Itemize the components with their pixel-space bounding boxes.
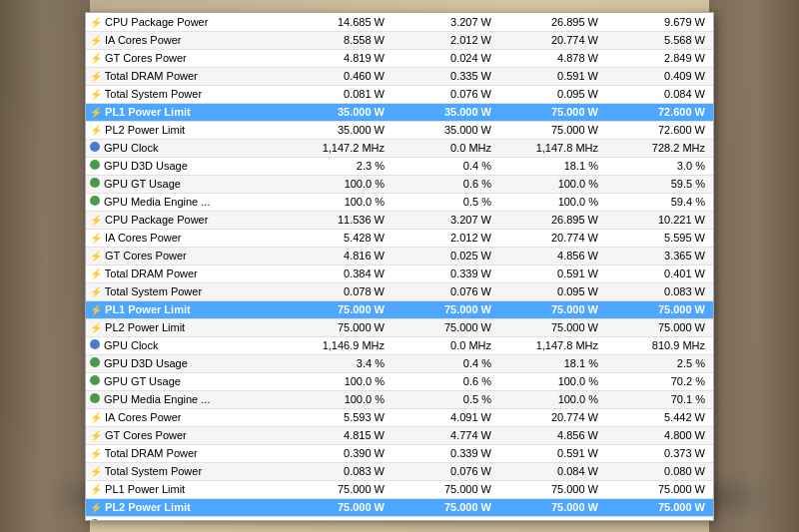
circle-icon — [90, 160, 100, 170]
sensor-value-avg: 0.084 W — [606, 85, 713, 103]
table-row: GPU Media Engine ...100.0 %0.5 %100.0 %5… — [86, 193, 713, 211]
sensor-value-avg: 5.568 W — [606, 31, 713, 49]
sensor-value-avg: 3.365 W — [606, 247, 713, 265]
circle-icon — [90, 393, 100, 403]
sensor-name: ⚡ GT Cores Power — [86, 49, 286, 67]
sensor-value-max: 100.0 % — [499, 193, 606, 211]
sensor-value-current: 8.558 W — [286, 31, 393, 49]
sensor-value-max: 0.084 W — [499, 462, 606, 480]
sensor-value-current: 14.685 W — [286, 13, 393, 31]
table-row: GPU GT Usage100.0 %0.6 %100.0 %70.2 % — [86, 372, 713, 390]
table-row: ⚡ CPU Package Power11.536 W3.207 W26.895… — [86, 211, 713, 229]
sensor-value-current: 75.000 W — [286, 300, 393, 318]
table-row: ⚡ Total DRAM Power0.390 W0.339 W0.591 W0… — [86, 444, 713, 462]
sensor-name: ⚡ PL1 Power Limit — [86, 300, 286, 318]
sensor-value-max: 0.591 W — [499, 265, 606, 282]
table-row: ⚡ Total DRAM Power0.460 W0.335 W0.591 W0… — [86, 67, 713, 85]
lightning-icon: ⚡ — [90, 53, 102, 64]
sensor-value-avg: 9.679 W — [606, 13, 713, 31]
sensor-value-max: 75.000 W — [499, 300, 606, 318]
lightning-icon: ⚡ — [90, 412, 102, 423]
table-row: ⚡ Total DRAM Power0.384 W0.339 W0.591 W0… — [86, 265, 713, 282]
circle-icon — [90, 375, 100, 385]
sensor-value-current: 75.000 W — [286, 318, 393, 336]
table-row: ⚡ PL1 Power Limit35.000 W35.000 W75.000 … — [86, 103, 713, 121]
sensor-value-avg: 70.2 % — [606, 372, 713, 390]
sensor-value-max: 1,147.8 MHz — [499, 139, 606, 157]
table-row: ⚡ IA Cores Power8.558 W2.012 W20.774 W5.… — [86, 31, 713, 49]
sensor-name: ⚡ CPU Package Power — [86, 211, 286, 229]
table-row: ⚡ PL1 Power Limit75.000 W75.000 W75.000 … — [86, 300, 713, 318]
sensor-name: GPU Media Engine ... — [86, 193, 286, 211]
sensor-value-max: 4.856 W — [499, 426, 606, 444]
sensor-value-avg: 5.595 W — [606, 229, 713, 247]
table-row: GPU D3D Usage2.3 %0.4 %18.1 %3.0 % — [86, 157, 713, 175]
lightning-icon: ⚡ — [90, 233, 102, 244]
sensor-value-max: 0.095 W — [499, 85, 606, 103]
sensor-value-avg: 72.600 W — [606, 121, 713, 139]
sensor-value-avg: 2.849 W — [606, 49, 713, 67]
sensor-value-min: 0.339 W — [393, 265, 499, 282]
lightning-icon: ⚡ — [90, 35, 102, 46]
lightning-icon: ⚡ — [90, 125, 102, 136]
sensor-name: ⚡ PL1 Power Limit — [86, 480, 286, 498]
sensor-value-current: 11.536 W — [286, 211, 393, 229]
sensor-name: ⚡ Total DRAM Power — [86, 67, 286, 85]
sensor-value-max: 20.774 W — [499, 31, 606, 49]
hwinfo-panel: ⚡ CPU Package Power14.685 W3.207 W26.895… — [85, 12, 714, 521]
sensor-value-avg: 75.000 W — [606, 498, 713, 516]
lightning-icon: ⚡ — [90, 286, 102, 297]
sensor-name: ⚡ PL2 Power Limit — [86, 121, 286, 139]
sensor-value-max: 18.1 % — [499, 157, 606, 175]
table-row: ⚡ IA Cores Power5.593 W4.091 W20.774 W5.… — [86, 408, 713, 426]
sensor-value-min: 3.207 W — [393, 13, 499, 31]
lightning-icon: ⚡ — [90, 466, 102, 477]
sensor-value-avg: 75.000 W — [606, 300, 713, 318]
lightning-icon: ⚡ — [90, 17, 102, 28]
sensor-value-avg: 0.409 W — [606, 67, 713, 85]
circle-icon — [90, 357, 100, 367]
sensor-value-current: 0.384 W — [286, 265, 393, 282]
table-row: GPU Clock1,146.9 MHz0.0 MHz1,147.8 MHz81… — [86, 336, 713, 354]
sensor-value-avg: 75.000 W — [606, 480, 713, 498]
sensor-value-max: 1,147.8 MHz — [499, 516, 606, 521]
sensor-value-min: 0.6 % — [393, 372, 499, 390]
sensor-value-min: 0.076 W — [393, 282, 499, 300]
sensor-value-avg: 0.080 W — [606, 462, 713, 480]
sensor-name: GPU Clock — [86, 336, 286, 354]
sensor-value-min: 75.000 W — [393, 498, 499, 516]
sensor-value-avg: 810.9 MHz — [606, 336, 713, 354]
sensor-name: GPU Clock — [86, 139, 286, 157]
sensor-value-max: 4.878 W — [499, 49, 606, 67]
sensor-value-max: 26.895 W — [499, 211, 606, 229]
sensor-value-current: 100.0 % — [286, 193, 393, 211]
sensor-value-max: 1,147.8 MHz — [499, 336, 606, 354]
lightning-icon: ⚡ — [90, 430, 102, 441]
sensor-value-max: 75.000 W — [499, 498, 606, 516]
sensor-name: ⚡ IA Cores Power — [86, 31, 286, 49]
sensor-name: ⚡ PL2 Power Limit — [86, 498, 286, 516]
sensor-value-current: 4.815 W — [286, 426, 393, 444]
sensor-name: GPU Clock — [86, 516, 286, 521]
sensor-value-current: 100.0 % — [286, 390, 393, 408]
table-row: ⚡ PL2 Power Limit75.000 W75.000 W75.000 … — [86, 318, 713, 336]
sensor-value-max: 75.000 W — [499, 480, 606, 498]
lightning-icon: ⚡ — [90, 502, 102, 513]
sensor-name: GPU GT Usage — [86, 372, 286, 390]
sensor-value-min: 0.4 % — [393, 157, 499, 175]
circle-icon — [90, 142, 100, 152]
lightning-icon: ⚡ — [90, 322, 102, 333]
sensor-value-max: 75.000 W — [499, 103, 606, 121]
sensor-table: ⚡ CPU Package Power14.685 W3.207 W26.895… — [86, 13, 713, 521]
table-row: GPU GT Usage100.0 %0.6 %100.0 %59.5 % — [86, 175, 713, 193]
sensor-value-current: 75.000 W — [286, 498, 393, 516]
sensor-value-min: 0.0 MHz — [393, 336, 499, 354]
table-row: ⚡ Total System Power0.081 W0.076 W0.095 … — [86, 85, 713, 103]
sensor-value-min: 1,146.6 MHz — [393, 516, 499, 521]
sensor-name: ⚡ Total System Power — [86, 462, 286, 480]
sensor-name: ⚡ Total DRAM Power — [86, 444, 286, 462]
sensor-value-avg: 3.0 % — [606, 157, 713, 175]
sensor-value-max: 100.0 % — [499, 372, 606, 390]
table-row: ⚡ GT Cores Power4.815 W4.774 W4.856 W4.8… — [86, 426, 713, 444]
table-row: ⚡ PL1 Power Limit75.000 W75.000 W75.000 … — [86, 480, 713, 498]
